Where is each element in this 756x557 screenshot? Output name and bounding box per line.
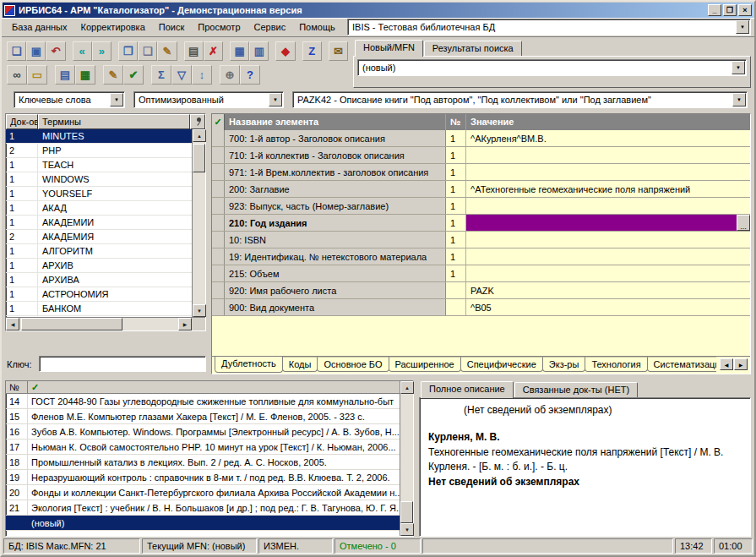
maximize-button[interactable]: ❐	[723, 4, 737, 16]
record-combo[interactable]: (новый) ▼	[357, 59, 747, 76]
filter-icon[interactable]: ▽	[171, 65, 192, 85]
term-row[interactable]: 1 АСТРОНОМИЯ	[6, 287, 192, 302]
field-value[interactable]: ^B05	[466, 299, 750, 315]
result-row[interactable]: 16 Зубов А.В. Компьютер. Windows. Програ…	[6, 424, 400, 440]
result-row[interactable]: 21 Экология [Текст] : учебник / В. Н. Бо…	[6, 500, 400, 516]
dropdown-arrow-icon[interactable]: ▼	[732, 61, 745, 74]
dropdown-arrow-icon[interactable]: ▼	[736, 20, 749, 34]
field-value[interactable]	[466, 198, 750, 214]
worksheet-page-tab[interactable]: Экз-ры	[542, 357, 586, 372]
open-folder-icon[interactable]: ▭	[27, 65, 47, 85]
term-row[interactable]: 1 АРХИВ	[6, 259, 192, 273]
field-row[interactable]: 200: Заглавие 1 ^АТехногенные геомеханич…	[212, 181, 750, 198]
word-view-icon[interactable]: ▦	[230, 41, 249, 61]
tabs-scroll-left-icon[interactable]: ◀	[720, 358, 733, 370]
view-mode-combo[interactable]: Оптимизированный ▼	[133, 91, 284, 108]
result-row[interactable]: 17 Ньюман К. Освой самостоятельно PHP. 1…	[6, 440, 400, 455]
term-row[interactable]: 1 WINDOWS	[6, 172, 192, 187]
field-value-cell[interactable]: ...	[466, 232, 750, 248]
field-value-cell[interactable]: ^B05 ...	[466, 299, 750, 315]
field-check-cell[interactable]	[212, 265, 225, 281]
menu-item[interactable]: Сервис	[247, 19, 293, 35]
menu-item[interactable]: База данных	[5, 19, 74, 35]
field-row[interactable]: 19: Идентификац. № нетекстового материал…	[212, 248, 750, 265]
field-check-cell[interactable]	[212, 130, 225, 146]
prev-records-icon[interactable]: «	[73, 41, 92, 61]
field-value[interactable]	[466, 215, 737, 231]
z3950-icon[interactable]: Z	[302, 41, 322, 61]
preview-tab[interactable]: Связанные док-ты (НЕТ)	[514, 382, 638, 397]
term-row[interactable]: 1 АЛГОРИТМ	[6, 244, 192, 259]
term-row[interactable]: 1 MINUTES	[6, 129, 192, 144]
field-value-cell[interactable]: ...	[466, 164, 750, 180]
field-row[interactable]: 10: ISBN 1 ...	[212, 232, 750, 248]
scroll-right-icon[interactable]: ▶	[178, 318, 192, 330]
field-row[interactable]: 971: 1-й Врем.коллектив - заголовок опис…	[212, 164, 750, 181]
field-check-cell[interactable]	[212, 248, 225, 265]
terms-horizontal-scrollbar[interactable]: ◀ ▶	[6, 317, 205, 330]
sum-icon[interactable]: Σ	[151, 65, 171, 85]
worksheet-page-tab[interactable]: Систематизация	[647, 357, 716, 372]
field-check-cell[interactable]	[212, 215, 225, 231]
field-value[interactable]: ^АТехногенные геомеханические поля напря…	[466, 181, 750, 197]
term-row[interactable]: 1 БАНКОМ	[6, 302, 192, 316]
field-value[interactable]: PAZK	[466, 282, 750, 298]
worksheet-page-tab[interactable]: Расширенное	[389, 357, 461, 372]
dropdown-arrow-icon[interactable]: ▼	[269, 93, 282, 106]
terms-count-header[interactable]: Док-ов	[6, 114, 38, 129]
field-row[interactable]: 700: 1-й автор - Заголовок описания 1 ^А…	[212, 130, 750, 147]
field-value[interactable]	[466, 232, 750, 248]
field-value[interactable]: ^АКурленя^ВМ.В.	[466, 130, 750, 146]
record-tab[interactable]: Новый/MFN	[355, 40, 423, 57]
field-row[interactable]: 923: Выпуск, часть (Номер-заглавие) 1 ..…	[212, 198, 750, 215]
undo-icon[interactable]: ↶	[46, 41, 65, 61]
new-from-template-icon[interactable]: ❐	[118, 41, 138, 61]
field-check-cell[interactable]	[212, 147, 225, 163]
menu-item[interactable]: Поиск	[152, 19, 191, 35]
dictionary-type-combo[interactable]: Ключевые слова ▼	[14, 91, 125, 108]
term-row[interactable]: 1 АКАД	[6, 201, 192, 216]
worksheet-page-tab[interactable]: Технология	[585, 357, 647, 372]
menu-item[interactable]: Корректировка	[74, 19, 152, 35]
field-row[interactable]: 210: Год издания 1 ...	[212, 215, 750, 232]
result-row[interactable]: 19 Неразрушающий контроль : справочник в…	[6, 470, 400, 485]
database-combo[interactable]: IBIS - Тестовая библиотечная БД ▼	[347, 19, 751, 35]
field-check-cell[interactable]	[212, 164, 225, 180]
preview-tab[interactable]: Полное описание	[421, 381, 514, 398]
term-row[interactable]: 1 АКАДЕМИИ	[6, 216, 192, 230]
check-record-icon[interactable]: ✔	[123, 65, 144, 85]
field-value[interactable]	[466, 147, 750, 163]
term-row[interactable]: 2 АКАДЕМИЯ	[6, 230, 192, 244]
result-row[interactable]: (новый)	[6, 516, 400, 531]
terms-term-header[interactable]: Термины	[38, 114, 190, 129]
menu-item[interactable]: Просмотр	[191, 19, 247, 35]
new-record-icon[interactable]: ❏	[7, 41, 26, 61]
field-value-cell[interactable]: PAZK ...	[466, 282, 750, 298]
worksheet-page-tab[interactable]: Коды	[282, 357, 318, 372]
field-value-cell[interactable]: ...	[466, 265, 750, 281]
mail-icon[interactable]: ✉	[329, 41, 348, 61]
field-row[interactable]: 215: Объем 1 ...	[212, 265, 750, 282]
pin-header-button[interactable]	[190, 114, 205, 129]
result-row[interactable]: 15 Фленов М.Е. Компьютер глазами Хакера …	[6, 409, 400, 424]
scroll-up-icon[interactable]: ▲	[400, 381, 414, 394]
scrollbar-thumb[interactable]	[21, 318, 122, 330]
sort-icon[interactable]: ↕	[192, 65, 212, 85]
field-value-cell[interactable]: ...	[466, 215, 750, 231]
edit-field-icon[interactable]: ✎	[103, 65, 123, 85]
view-record-icon[interactable]: ∞	[7, 65, 27, 85]
scroll-down-icon[interactable]: ▼	[193, 304, 206, 317]
field-value-cell[interactable]: ^АКурленя^ВМ.В. ...	[466, 130, 750, 146]
term-row[interactable]: 1 TEACH	[6, 158, 192, 172]
menu-item[interactable]: Помощь	[292, 19, 342, 35]
field-check-cell[interactable]	[212, 232, 225, 248]
worksheet-combo[interactable]: PAZK42 - Описание книги "Под автором", "…	[292, 91, 748, 108]
field-row[interactable]: 920: Имя рабочего листа PAZK ...	[212, 282, 750, 299]
worksheet-page-tab[interactable]: Специфические	[460, 357, 543, 372]
field-check-cell[interactable]	[212, 198, 225, 214]
scrollbar-thumb[interactable]	[193, 144, 205, 172]
field-value[interactable]	[466, 164, 750, 180]
acquisitions-icon[interactable]: ◆	[275, 41, 295, 61]
worksheet-page-tab[interactable]: Дублетность	[215, 357, 283, 373]
results-vertical-scrollbar[interactable]: ▲ ▼	[400, 381, 413, 536]
